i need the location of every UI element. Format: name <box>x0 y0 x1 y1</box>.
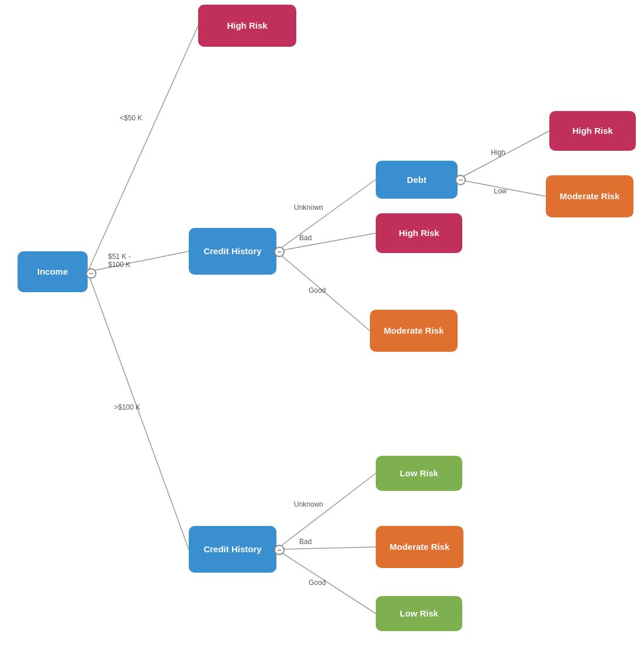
high-risk-debt-high-node[interactable]: High Risk <box>549 111 636 151</box>
label-bad-bot: Bad <box>299 538 311 546</box>
label-low-debt: Low <box>494 187 507 195</box>
credit-history-mid-node[interactable]: Credit History <box>189 228 276 275</box>
label-lt50k: <$50 K <box>120 114 142 122</box>
svg-line-8 <box>276 473 376 549</box>
label-bad-mid: Bad <box>299 234 311 242</box>
credit-history-mid-minus: − <box>274 247 285 257</box>
moderate-risk-mid-node[interactable]: Moderate Risk <box>370 310 458 352</box>
tree-lines <box>0 0 644 651</box>
income-node[interactable]: Income <box>18 251 88 292</box>
label-unknown-bot: Unknown <box>294 500 323 508</box>
label-good-mid: Good <box>309 286 326 295</box>
svg-line-1 <box>88 251 189 272</box>
moderate-risk-debt-low-node[interactable]: Moderate Risk <box>546 175 633 217</box>
low-risk-bottom-node[interactable]: Low Risk <box>376 596 462 631</box>
decision-tree: Income − High Risk Credit History − Debt… <box>0 0 644 651</box>
debt-minus: − <box>455 175 466 185</box>
label-51-100k: $51 K -$100 K <box>108 252 131 269</box>
credit-history-bottom-minus: − <box>274 545 285 555</box>
credit-history-bottom-node[interactable]: Credit History <box>189 526 276 573</box>
label-high-debt: High <box>491 148 505 157</box>
label-unknown-mid: Unknown <box>294 203 323 212</box>
svg-line-0 <box>88 26 198 272</box>
moderate-risk-bottom-node[interactable]: Moderate Risk <box>376 526 463 568</box>
debt-node[interactable]: Debt <box>376 161 458 199</box>
high-risk-mid-node[interactable]: High Risk <box>376 213 462 253</box>
svg-line-10 <box>276 549 376 614</box>
svg-line-4 <box>276 233 376 251</box>
high-risk-top-node[interactable]: High Risk <box>198 5 296 47</box>
svg-line-9 <box>276 547 376 549</box>
label-gt100k: >$100 K <box>114 403 140 411</box>
low-risk-top-node[interactable]: Low Risk <box>376 456 462 491</box>
svg-line-3 <box>276 179 376 251</box>
label-good-bot: Good <box>309 579 326 587</box>
income-minus: − <box>86 268 96 279</box>
